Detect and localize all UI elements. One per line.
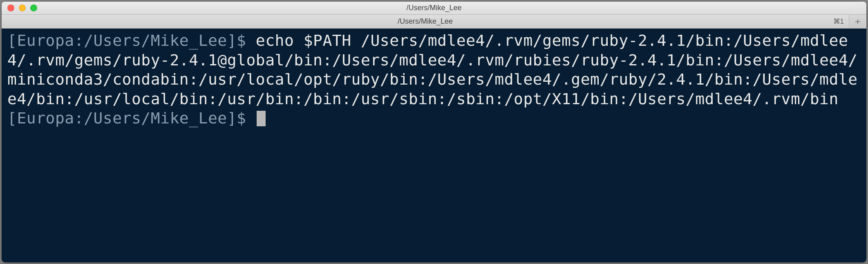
titlebar[interactable]: /Users/Mike_Lee	[2, 2, 866, 15]
tab-active[interactable]: /Users/Mike_Lee ⌘1	[2, 15, 849, 28]
close-button[interactable]	[7, 4, 14, 11]
window-title: /Users/Mike_Lee	[406, 4, 461, 12]
tab-shortcut: ⌘1	[833, 17, 844, 26]
cursor	[257, 111, 266, 126]
tabbar: /Users/Mike_Lee ⌘1 +	[2, 15, 866, 29]
terminal-window: /Users/Mike_Lee /Users/Mike_Lee ⌘1 + [Eu…	[2, 2, 866, 262]
traffic-lights	[2, 4, 37, 11]
tab-label: /Users/Mike_Lee	[398, 17, 453, 26]
minimize-button[interactable]	[19, 4, 26, 11]
maximize-button[interactable]	[30, 4, 37, 11]
command: echo $PATH	[256, 31, 351, 49]
plus-icon: +	[855, 16, 861, 27]
prompt: [Europa:/Users/Mike_Lee]$	[7, 31, 256, 49]
terminal-content[interactable]: [Europa:/Users/Mike_Lee]$ echo $PATH /Us…	[2, 29, 866, 262]
add-tab-button[interactable]: +	[849, 15, 866, 28]
prompt: [Europa:/Users/Mike_Lee]$	[7, 109, 256, 127]
